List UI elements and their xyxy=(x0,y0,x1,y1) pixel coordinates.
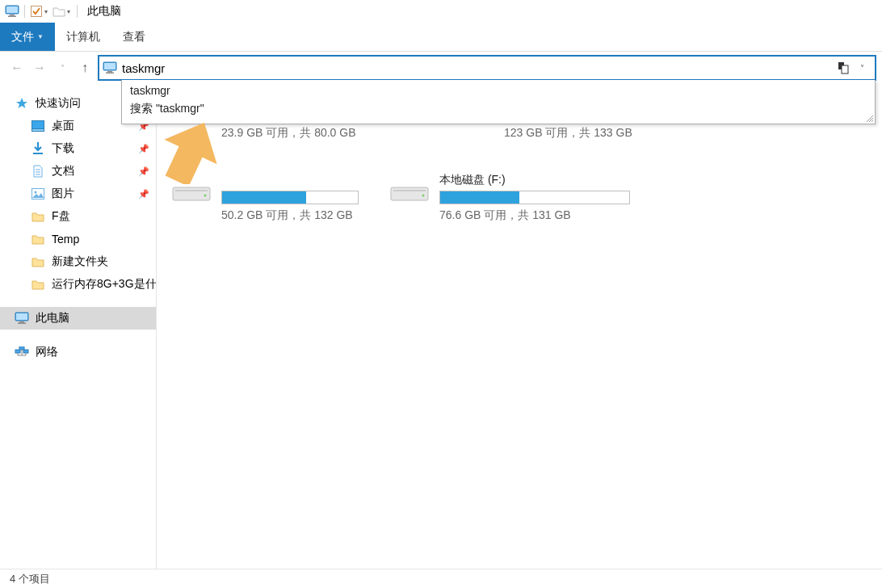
svg-rect-11 xyxy=(32,121,44,129)
sidebar-item-label: 新建文件夹 xyxy=(52,254,108,269)
back-button[interactable]: ← xyxy=(8,59,26,77)
drive-usage-bar xyxy=(221,191,359,204)
qa-dropdown-icon[interactable]: ▾ xyxy=(44,8,48,15)
svg-rect-24 xyxy=(23,350,28,353)
sidebar-item-downloads[interactable]: 下载 📌 xyxy=(0,137,156,160)
sidebar-item-temp[interactable]: Temp xyxy=(0,228,156,250)
tab-file-label: 文件 xyxy=(11,30,34,44)
folder-icon xyxy=(31,278,45,291)
sidebar-item-newfolder[interactable]: 新建文件夹 xyxy=(0,250,156,273)
sidebar-item-label: 网络 xyxy=(36,345,58,359)
drive-usage-bar xyxy=(439,191,630,204)
copy-icon[interactable] xyxy=(834,59,852,77)
tab-view[interactable]: 查看 xyxy=(111,23,157,51)
document-icon xyxy=(31,165,45,178)
folder-icon xyxy=(31,210,45,223)
network-icon xyxy=(15,346,29,359)
svg-point-34 xyxy=(204,195,207,197)
nav-sidebar: 快速访问 桌面 📌 下载 📌 文档 📌 xyxy=(0,84,157,569)
drive-info: 76.6 GB 可用，共 131 GB xyxy=(439,208,632,223)
svg-rect-32 xyxy=(173,187,210,200)
tab-file[interactable]: 文件 ▼ xyxy=(0,23,55,51)
drive-info: 123 GB 可用，共 133 GB xyxy=(504,126,696,141)
separator xyxy=(24,5,25,18)
sidebar-item-label: 快速访问 xyxy=(36,96,81,111)
tab-computer[interactable]: 计算机 xyxy=(55,23,111,51)
sidebar-item-label: Temp xyxy=(52,233,79,246)
sidebar-item-label: 桌面 xyxy=(52,119,74,133)
svg-rect-2 xyxy=(10,15,15,16)
svg-rect-23 xyxy=(15,350,20,353)
sidebar-item-pictures[interactable]: 图片 📌 xyxy=(0,183,156,205)
sidebar-item-label: 文档 xyxy=(52,164,74,178)
chevron-down-icon: ▼ xyxy=(37,33,44,40)
sidebar-item-documents[interactable]: 文档 📌 xyxy=(0,160,156,183)
pc-icon xyxy=(15,312,29,325)
picture-icon xyxy=(31,187,45,200)
address-input[interactable] xyxy=(122,58,834,78)
svg-rect-25 xyxy=(19,346,24,350)
drive-icon xyxy=(389,176,430,205)
pin-icon: 📌 xyxy=(138,166,149,177)
sidebar-item-label: 此电脑 xyxy=(36,311,69,326)
folder-icon xyxy=(31,233,45,246)
svg-rect-8 xyxy=(106,73,114,74)
sidebar-item-network[interactable]: 网络 xyxy=(0,341,156,363)
svg-rect-13 xyxy=(33,153,43,154)
title-bar: ▾ ▾ 此电脑 xyxy=(0,0,882,23)
folder-dropdown-icon[interactable]: ▾ xyxy=(67,8,70,15)
folder-icon xyxy=(31,255,45,268)
address-bar-wrap: ˅ taskmgr 搜索 "taskmgr" xyxy=(99,56,876,80)
svg-rect-35 xyxy=(391,187,428,200)
address-bar[interactable]: ˅ xyxy=(99,56,876,80)
svg-rect-12 xyxy=(32,129,44,132)
svg-rect-20 xyxy=(16,313,27,320)
svg-rect-3 xyxy=(8,16,16,18)
desktop-icon xyxy=(31,120,45,132)
suggestion-item-search[interactable]: 搜索 "taskmgr" xyxy=(122,99,875,119)
drive-info: 50.2 GB 可用，共 132 GB xyxy=(221,208,359,223)
svg-point-37 xyxy=(422,195,425,197)
sidebar-item-label: F盘 xyxy=(52,209,70,224)
svg-rect-33 xyxy=(175,190,208,191)
pc-icon xyxy=(5,5,19,18)
ribbon-tabs: 文件 ▼ 计算机 查看 xyxy=(0,23,882,52)
svg-rect-1 xyxy=(6,6,18,13)
folder-icon[interactable] xyxy=(52,5,65,18)
address-dropdown-button[interactable]: ˅ xyxy=(852,57,872,79)
sidebar-item-label: 下载 xyxy=(52,141,74,156)
drive-info: 23.9 GB 可用，共 80.0 GB xyxy=(221,126,414,141)
svg-rect-36 xyxy=(393,190,426,191)
sidebar-item-memfolder[interactable]: 运行内存8G+3G是什 xyxy=(0,273,156,296)
pin-icon: 📌 xyxy=(138,144,149,154)
svg-rect-4 xyxy=(32,6,42,17)
address-suggestions: taskmgr 搜索 "taskmgr" xyxy=(121,80,876,124)
download-icon xyxy=(31,142,45,155)
up-button[interactable]: ↑ xyxy=(76,59,94,77)
svg-point-18 xyxy=(35,191,37,194)
check-icon[interactable] xyxy=(30,5,43,18)
status-item-count: 4 个项目 xyxy=(10,572,50,586)
window-title: 此电脑 xyxy=(87,4,121,19)
pin-icon: 📌 xyxy=(138,189,149,200)
svg-rect-10 xyxy=(842,65,848,74)
sidebar-item-fdrive[interactable]: F盘 xyxy=(0,205,156,228)
body: 快速访问 桌面 📌 下载 📌 文档 📌 xyxy=(0,84,882,569)
forward-button[interactable]: → xyxy=(31,59,48,77)
drive-item-f[interactable]: 本地磁盘 (F:) 76.6 GB 可用，共 131 GB xyxy=(389,173,632,223)
svg-rect-6 xyxy=(104,63,116,69)
history-dropdown-icon[interactable]: ˅ xyxy=(53,59,71,77)
nav-row: ← → ˅ ↑ ˅ taskmgr 搜索 "taskmgr" xyxy=(0,52,882,84)
pc-icon xyxy=(103,61,117,74)
content-pane: 本地磁盘 (C:) 23.9 GB 可用，共 80.0 GB 本地磁盘 (D:)… xyxy=(157,84,882,569)
sidebar-item-thispc[interactable]: 此电脑 xyxy=(0,307,156,330)
resize-grip-icon[interactable] xyxy=(865,114,873,122)
suggestion-item-taskmgr[interactable]: taskmgr xyxy=(122,82,875,99)
sidebar-item-label: 运行内存8G+3G是什 xyxy=(52,277,156,292)
drive-name: 本地磁盘 (F:) xyxy=(439,173,632,187)
separator xyxy=(77,5,78,18)
annotation-arrow-icon xyxy=(162,120,220,184)
svg-rect-21 xyxy=(19,321,24,323)
svg-rect-7 xyxy=(107,71,112,73)
status-bar: 4 个项目 xyxy=(0,569,882,588)
